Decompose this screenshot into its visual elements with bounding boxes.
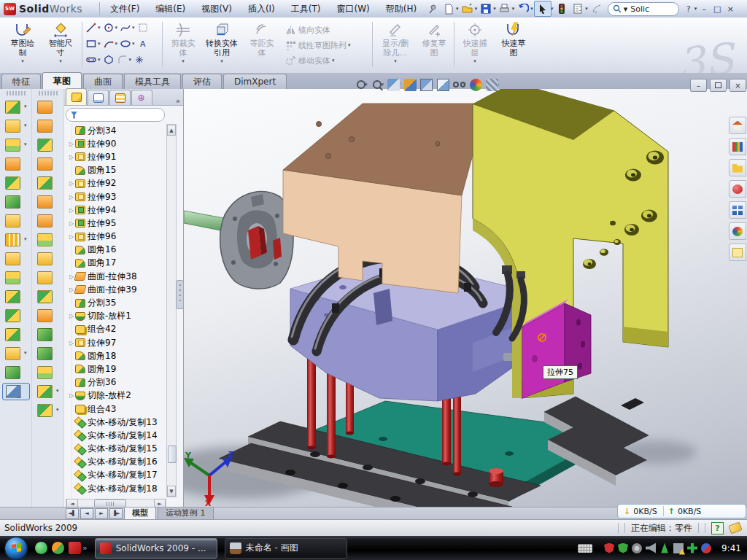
panel-overflow-icon[interactable]: »	[176, 97, 180, 105]
ribbon-tab[interactable]: 特征	[1, 74, 41, 89]
feature-tree-item[interactable]: 切除-放样2	[66, 389, 166, 402]
display-delete-relations-button[interactable]: 显示/删除几...▾	[376, 20, 414, 69]
help-dropdown-icon[interactable]: ▾	[694, 6, 697, 12]
expand-arrow-icon[interactable]	[68, 154, 75, 160]
feature-tree-item[interactable]: 拉伸90	[66, 137, 166, 150]
select-tool-button[interactable]	[534, 1, 551, 17]
last-tab-icon[interactable]: ▐►	[109, 508, 123, 519]
surface-tool-button[interactable]	[34, 250, 62, 268]
feature-tool-button[interactable]	[2, 231, 30, 249]
panel-splitter-handle[interactable]	[176, 280, 184, 309]
feature-tree-item[interactable]: 圆角15	[66, 164, 166, 177]
tab-propertymanager[interactable]	[88, 90, 109, 105]
options-button[interactable]	[570, 1, 586, 16]
task-pane-tab[interactable]	[729, 180, 746, 198]
start-button[interactable]	[4, 537, 28, 560]
clamp-block-gray[interactable]	[220, 192, 294, 289]
tray-icon[interactable]	[646, 543, 656, 553]
document-tab[interactable]: 模型	[124, 508, 156, 520]
surface-tool-button[interactable]	[34, 288, 62, 306]
doc-minimize-icon[interactable]: –	[690, 79, 707, 92]
ribbon-tab[interactable]: 模具工具	[124, 74, 181, 89]
feature-tree-item[interactable]: 实体-移动/复制14	[66, 429, 166, 442]
task-pane-tab[interactable]	[729, 244, 746, 261]
view-tool-icon[interactable]	[453, 79, 465, 91]
first-tab-icon[interactable]: ◄▌	[66, 508, 79, 519]
expand-arrow-icon[interactable]	[68, 340, 75, 346]
feature-tool-button[interactable]	[2, 307, 30, 324]
expand-arrow-icon[interactable]	[68, 194, 75, 201]
surface-tool-button[interactable]	[34, 383, 62, 400]
surface-tool-button[interactable]	[34, 155, 62, 173]
menu-item[interactable]: 窗口(W)	[328, 1, 377, 18]
mirror-entities-item[interactable]: 镜向实体	[286, 23, 330, 37]
tray-icon[interactable]	[673, 543, 684, 553]
surface-tool-button[interactable]	[34, 364, 62, 381]
help-menu-button[interactable]: ?	[682, 4, 695, 14]
feature-tree-item[interactable]: 拉伸96	[66, 230, 166, 244]
surface-tool-button[interactable]	[34, 174, 62, 192]
taskbar-clock[interactable]: 9:41	[721, 543, 741, 553]
convert-entities-button[interactable]: 转换实体引用▾	[203, 20, 241, 69]
view-tool-icon[interactable]	[470, 79, 482, 91]
next-tab-icon[interactable]: ►	[95, 508, 108, 519]
rectangle-tool-icon[interactable]	[85, 38, 97, 50]
linear-sketch-pattern-item[interactable]: 线性草图阵列 ▾	[286, 38, 351, 52]
surface-tool-button[interactable]	[34, 117, 62, 135]
feature-tree-item[interactable]: 实体-移动/复制17	[66, 469, 166, 482]
save-button[interactable]	[478, 1, 494, 16]
menu-item[interactable]: 编辑(E)	[147, 1, 193, 18]
feature-tree-item[interactable]: 拉伸94	[66, 203, 166, 217]
quick-launch-icon[interactable]	[69, 542, 81, 554]
feature-tree-item[interactable]: 组合42	[66, 323, 166, 336]
tray-icon[interactable]	[632, 543, 642, 553]
surface-tool-button[interactable]	[34, 269, 62, 287]
feature-tool-button[interactable]	[2, 364, 30, 381]
ribbon-tab[interactable]: 草图	[42, 72, 82, 89]
view-tool-icon[interactable]	[387, 79, 400, 91]
toolbar-grip[interactable]	[39, 91, 58, 96]
feature-tree-item[interactable]: 实体-移动/复制16	[66, 456, 166, 469]
slot-tool-icon[interactable]	[85, 54, 97, 66]
task-pane-tab[interactable]	[729, 138, 746, 155]
minimize-icon[interactable]: –	[697, 4, 711, 14]
expand-arrow-icon[interactable]	[68, 220, 75, 227]
feature-tool-button[interactable]	[2, 98, 30, 116]
repair-sketch-button[interactable]: 修复草图	[417, 20, 451, 69]
feature-tree-item[interactable]: 组合43	[66, 402, 166, 416]
keyboard-layout-icon[interactable]	[578, 544, 592, 553]
rebuild-traffic-light-icon[interactable]	[554, 1, 570, 16]
feature-tool-button[interactable]	[2, 269, 30, 287]
document-tab[interactable]: 运动算例 1	[158, 508, 214, 520]
circle-tool-icon[interactable]	[103, 22, 115, 34]
scrollbar-thumb[interactable]	[168, 446, 177, 463]
task-pane-tab[interactable]	[729, 201, 746, 219]
open-document-button[interactable]	[460, 1, 476, 16]
ribbon-tab[interactable]: 曲面	[83, 74, 123, 89]
feature-tool-button[interactable]	[2, 117, 30, 135]
point-tool-icon[interactable]	[133, 54, 145, 66]
line-tool-icon[interactable]	[85, 22, 97, 34]
feature-tool-button[interactable]	[2, 250, 30, 268]
quick-tips-icon[interactable]: ?	[711, 522, 724, 534]
restore-icon[interactable]: □	[711, 4, 724, 14]
view-tool-icon[interactable]	[437, 79, 449, 91]
tag-icon[interactable]	[728, 522, 742, 534]
tab-configurationmanager[interactable]	[109, 90, 131, 105]
search-scope-dropdown-icon[interactable]: ▾	[624, 4, 628, 14]
overflow-tools-icon[interactable]	[589, 1, 605, 16]
sketch-fillet-tool-icon[interactable]	[117, 54, 128, 66]
taskbar-window-button[interactable]: SolidWorks 2009 - ...	[95, 538, 217, 559]
surface-tool-button[interactable]	[34, 345, 62, 362]
surface-tool-button[interactable]	[34, 212, 62, 230]
surface-tool-button[interactable]	[34, 307, 62, 324]
pin-icon[interactable]	[425, 1, 441, 16]
feature-tree-item[interactable]: 实体-移动/复制18	[66, 482, 166, 495]
feature-tree-item[interactable]: 圆角19	[66, 362, 166, 376]
feature-tree-item[interactable]: 实体-移动/复制13	[66, 416, 166, 429]
feature-tree-item[interactable]: 圆角16	[66, 244, 166, 257]
feature-tree-item[interactable]: 拉伸92	[66, 177, 166, 190]
new-document-button[interactable]	[441, 1, 457, 16]
tray-icon[interactable]	[687, 543, 697, 553]
expand-arrow-icon[interactable]	[68, 233, 75, 240]
